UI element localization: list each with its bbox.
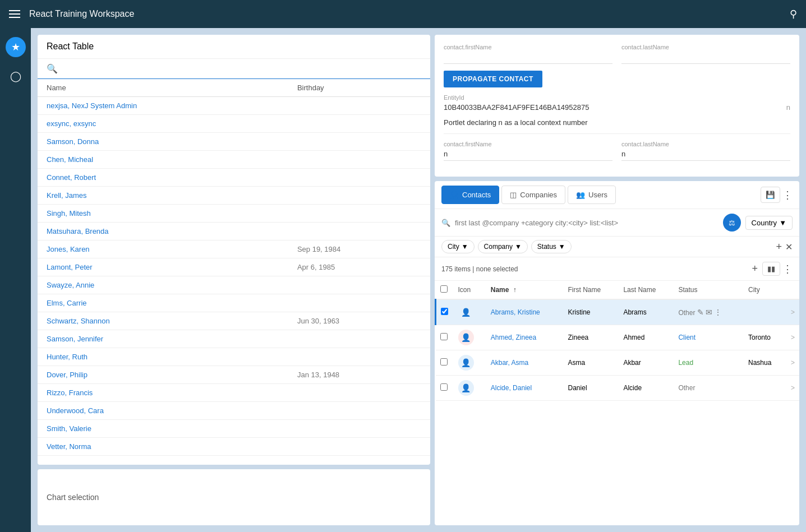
row-name: Matsuhara, Brenda bbox=[38, 223, 288, 240]
row-status-cell: Other bbox=[674, 376, 744, 401]
table-row[interactable]: Vetter, Norma bbox=[38, 438, 430, 456]
table-row[interactable]: Schwartz, Shannon Jun 30, 1963 bbox=[38, 312, 430, 330]
table-row[interactable]: nexjsa, NexJ System Admin bbox=[38, 97, 430, 115]
edit-button[interactable]: ✎ bbox=[697, 308, 704, 317]
select-all-checkbox[interactable] bbox=[440, 285, 448, 293]
crm-table-row[interactable]: 👤 Akbar, Asma Asma Akbar Lead Nashua > bbox=[436, 350, 800, 376]
table-row[interactable]: Samson, Jennifer bbox=[38, 330, 430, 348]
row-birthday bbox=[288, 97, 430, 115]
save-button[interactable]: 💾 bbox=[761, 187, 780, 203]
contact-avatar: 👤 bbox=[458, 355, 474, 371]
status-badge: Lead bbox=[678, 359, 693, 367]
crm-search-input[interactable] bbox=[455, 219, 719, 227]
email-button[interactable]: ✉ bbox=[706, 308, 712, 317]
contact-avatar: 👤 bbox=[458, 330, 474, 345]
row-lastname-cell: Akbar bbox=[619, 350, 674, 376]
add-chip-button[interactable]: + bbox=[776, 241, 782, 253]
portlet-text: Portlet declaring n as a local context n… bbox=[444, 118, 790, 127]
tab-contacts[interactable]: 👤 Contacts bbox=[441, 186, 499, 204]
col-name: Name bbox=[38, 79, 288, 97]
row-name-cell: Alcide, Daniel bbox=[486, 376, 564, 401]
row-icon-cell: 👤 bbox=[454, 376, 486, 401]
top-nav: React Training Workspace ⚲ bbox=[0, 0, 806, 28]
chip-company[interactable]: Company ▼ bbox=[478, 240, 528, 253]
table-row[interactable]: Underwood, Cara bbox=[38, 402, 430, 420]
row-birthday: Apr 6, 1985 bbox=[288, 258, 430, 276]
row-checkbox[interactable] bbox=[440, 333, 448, 340]
filter-button[interactable]: ⚖ bbox=[723, 214, 741, 232]
chip-city[interactable]: City ▼ bbox=[441, 240, 475, 253]
row-checkbox-cell bbox=[436, 350, 454, 376]
sidebar-icon-star[interactable]: ★ bbox=[6, 37, 26, 57]
lastname-field: contact.lastName bbox=[621, 44, 790, 64]
row-city-cell bbox=[744, 299, 786, 325]
react-table-search-input[interactable] bbox=[62, 64, 421, 73]
crm-table-row[interactable]: 👤 Ahmed, Zineea Zineea Ahmed Client Toro… bbox=[436, 325, 800, 350]
crm-add-button[interactable]: + bbox=[752, 263, 758, 275]
row-icon-cell: 👤 bbox=[454, 350, 486, 376]
row-status-cell: Client bbox=[674, 325, 744, 350]
row-more-button[interactable]: ⋮ bbox=[714, 308, 722, 317]
more-options-button[interactable]: ⋮ bbox=[782, 189, 793, 201]
country-dropdown[interactable]: Country ▼ bbox=[745, 216, 793, 230]
table-row[interactable]: Matsuhara, Brenda bbox=[38, 223, 430, 240]
firstname-field: contact.firstName bbox=[444, 44, 612, 64]
table-row[interactable]: Hunter, Ruth bbox=[38, 348, 430, 366]
col-name[interactable]: Name ↑ bbox=[486, 281, 564, 299]
table-row[interactable]: Swayze, Annie bbox=[38, 276, 430, 294]
row-name: Elms, Carrie bbox=[38, 294, 288, 312]
row-name-cell: Abrams, Kristine bbox=[486, 299, 564, 325]
close-chips-button[interactable]: ✕ bbox=[785, 242, 793, 252]
row-name: Singh, Mitesh bbox=[38, 205, 288, 223]
chart-selection-label: Chart selection bbox=[47, 493, 99, 502]
lastname-value bbox=[621, 53, 790, 64]
table-row[interactable]: exsync, exsync bbox=[38, 115, 430, 133]
react-table-card: React Table 🔍 Name Birthday nexjsa, NexJ… bbox=[38, 35, 430, 465]
divider bbox=[444, 133, 790, 134]
crm-more-button[interactable]: ⋮ bbox=[782, 263, 793, 275]
chip-status-arrow: ▼ bbox=[559, 243, 565, 251]
table-row[interactable]: Smith, Valerie bbox=[38, 420, 430, 438]
table-row[interactable]: Krell, James bbox=[38, 187, 430, 205]
table-row[interactable]: Jones, Karen Sep 19, 1984 bbox=[38, 240, 430, 258]
chip-company-arrow: ▼ bbox=[515, 243, 522, 251]
crm-data-table: Icon Name ↑ First Name Last Name Status … bbox=[435, 281, 799, 401]
crm-table-container[interactable]: Icon Name ↑ First Name Last Name Status … bbox=[435, 281, 799, 525]
row-name: Samson, Donna bbox=[38, 133, 288, 151]
country-label: Country bbox=[752, 219, 777, 227]
table-row[interactable]: Chen, Micheal bbox=[38, 151, 430, 169]
table-row[interactable]: Dover, Philip Jan 13, 1948 bbox=[38, 366, 430, 384]
row-status-cell: Other ✎ ✉ ⋮ bbox=[674, 299, 744, 325]
hamburger-icon[interactable] bbox=[9, 10, 20, 18]
crm-filter-chips: City ▼ Company ▼ Status ▼ + ✕ bbox=[435, 237, 799, 257]
col-chevron bbox=[786, 281, 799, 299]
status-badge: Other bbox=[678, 309, 695, 317]
row-checkbox[interactable] bbox=[440, 383, 448, 391]
react-table-scroll[interactable]: Name Birthday nexjsa, NexJ System Admin … bbox=[38, 79, 430, 465]
sidebar-icon-person[interactable]: ◯ bbox=[6, 66, 26, 86]
tab-companies[interactable]: ◫ Companies bbox=[501, 186, 565, 204]
crm-search-icon: 🔍 bbox=[441, 219, 450, 227]
row-checkbox[interactable] bbox=[441, 308, 448, 315]
crm-chart-button[interactable]: ▮▮ bbox=[762, 262, 780, 276]
table-row[interactable]: Singh, Mitesh bbox=[38, 205, 430, 223]
react-table-search-bar: 🔍 bbox=[38, 59, 430, 79]
chip-status[interactable]: Status ▼ bbox=[531, 240, 572, 253]
crm-table-row[interactable]: 👤 Abrams, Kristine Kristine Abrams Other… bbox=[436, 299, 800, 325]
chip-company-label: Company bbox=[484, 243, 513, 251]
table-row[interactable]: Rizzo, Francis bbox=[38, 384, 430, 402]
contacts-icon: 👤 bbox=[450, 191, 459, 199]
table-row[interactable]: Samson, Donna bbox=[38, 133, 430, 151]
crm-status-row: 175 items | none selected + ▮▮ ⋮ bbox=[435, 257, 799, 281]
tab-users[interactable]: 👥 Users bbox=[568, 186, 616, 204]
table-row[interactable]: Elms, Carrie bbox=[38, 294, 430, 312]
contact-card: contact.firstName contact.lastName PROPA… bbox=[435, 35, 799, 177]
global-search-button[interactable]: ⚲ bbox=[790, 8, 797, 20]
crm-table-row[interactable]: 👤 Alcide, Daniel Daniel Alcide Other > bbox=[436, 376, 800, 401]
table-row[interactable]: Lamont, Peter Apr 6, 1985 bbox=[38, 258, 430, 276]
row-birthday bbox=[288, 223, 430, 240]
propagate-contact-button[interactable]: PROPAGATE CONTACT bbox=[444, 71, 542, 87]
row-chevron-cell: > bbox=[786, 376, 799, 401]
row-checkbox[interactable] bbox=[440, 358, 448, 366]
table-row[interactable]: Connet, Robert bbox=[38, 169, 430, 187]
